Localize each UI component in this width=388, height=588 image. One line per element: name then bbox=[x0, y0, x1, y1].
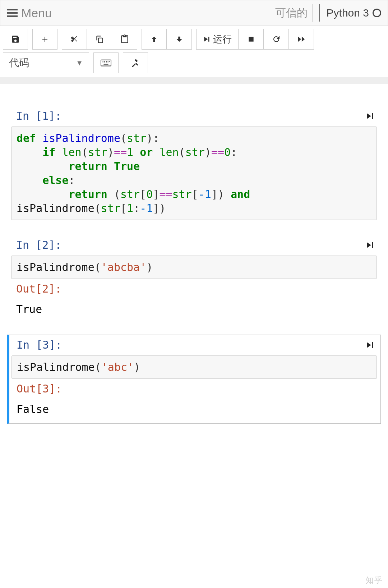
plus-icon bbox=[41, 35, 49, 43]
svg-rect-0 bbox=[98, 38, 102, 43]
run-button[interactable]: 运行 bbox=[196, 29, 239, 50]
separator bbox=[319, 4, 320, 22]
menu-icon bbox=[7, 7, 18, 19]
svg-rect-1 bbox=[249, 37, 253, 41]
cut-icon bbox=[70, 35, 79, 44]
input-prompt: In [1]: bbox=[16, 110, 61, 122]
copy-button[interactable] bbox=[87, 29, 112, 50]
paste-icon bbox=[120, 35, 129, 44]
save-icon bbox=[11, 35, 20, 44]
input-prompt: In [2]: bbox=[16, 239, 61, 251]
code-cell[interactable]: In [1]:def isPalindrome(str): if len(str… bbox=[7, 106, 381, 224]
move-up-button[interactable] bbox=[142, 29, 167, 50]
code-input[interactable]: isPalindrome('abcba') bbox=[11, 256, 377, 279]
output-prompt: Out[3]: bbox=[11, 379, 377, 399]
gavel-icon bbox=[131, 58, 140, 68]
code-cell[interactable]: In [3]:isPalindrome('abc')Out[3]:False bbox=[7, 335, 381, 424]
cell-type-select[interactable]: 代码 ▼ bbox=[3, 52, 89, 73]
paste-button[interactable] bbox=[112, 29, 137, 50]
step-forward-icon bbox=[365, 111, 374, 121]
cut-button[interactable] bbox=[62, 29, 87, 50]
step-forward-icon bbox=[365, 240, 374, 250]
cell-prompt-row: In [2]: bbox=[11, 237, 377, 256]
step-forward-icon bbox=[203, 35, 210, 43]
cell-output: False bbox=[11, 399, 377, 420]
arrow-down-icon bbox=[175, 35, 183, 43]
tools-button[interactable] bbox=[123, 52, 148, 73]
run-cell-button[interactable] bbox=[365, 111, 374, 121]
kernel-status-icon bbox=[373, 9, 381, 17]
save-button[interactable] bbox=[3, 29, 28, 50]
toolbar: 运行 bbox=[0, 26, 388, 52]
move-down-button[interactable] bbox=[167, 29, 192, 50]
restart-run-all-button[interactable] bbox=[289, 29, 314, 50]
copy-icon bbox=[95, 35, 104, 44]
kernel-label: Python 3 bbox=[327, 7, 369, 19]
kernel-indicator[interactable]: Python 3 bbox=[327, 7, 381, 19]
refresh-icon bbox=[272, 35, 281, 43]
cell-output: True bbox=[11, 299, 377, 320]
stop-icon bbox=[248, 36, 255, 43]
run-label: 运行 bbox=[213, 33, 232, 46]
command-palette-button[interactable] bbox=[93, 52, 119, 73]
cell-prompt-row: In [1]: bbox=[11, 108, 377, 127]
add-cell-button[interactable] bbox=[32, 29, 57, 50]
header-bar: Menu 可信的 Python 3 bbox=[0, 0, 388, 26]
restart-button[interactable] bbox=[264, 29, 289, 50]
run-cell-button[interactable] bbox=[365, 340, 374, 350]
step-forward-icon bbox=[365, 340, 374, 350]
menu-label: Menu bbox=[21, 6, 52, 20]
header-right: 可信的 Python 3 bbox=[270, 4, 381, 22]
code-cell[interactable]: In [2]:isPalindrome('abcba')Out[2]:True bbox=[7, 235, 381, 324]
notebook-area: In [1]:def isPalindrome(str): if len(str… bbox=[0, 84, 388, 442]
trusted-badge[interactable]: 可信的 bbox=[270, 4, 313, 22]
caret-down-icon: ▼ bbox=[76, 59, 83, 67]
input-prompt: In [3]: bbox=[17, 339, 62, 351]
code-input[interactable]: def isPalindrome(str): if len(str)==1 or… bbox=[11, 127, 377, 220]
run-cell-button[interactable] bbox=[365, 240, 374, 250]
cell-prompt-row: In [3]: bbox=[11, 337, 377, 355]
fast-forward-icon bbox=[297, 35, 306, 43]
toolbar-row-2: 代码 ▼ bbox=[0, 52, 388, 76]
interrupt-button[interactable] bbox=[239, 29, 264, 50]
keyboard-icon bbox=[101, 59, 111, 67]
cell-type-value: 代码 bbox=[9, 56, 29, 70]
divider bbox=[0, 77, 388, 84]
output-prompt: Out[2]: bbox=[11, 279, 377, 299]
menu-button[interactable]: Menu bbox=[7, 6, 52, 20]
arrow-up-icon bbox=[150, 35, 158, 43]
code-input[interactable]: isPalindrome('abc') bbox=[11, 355, 377, 379]
